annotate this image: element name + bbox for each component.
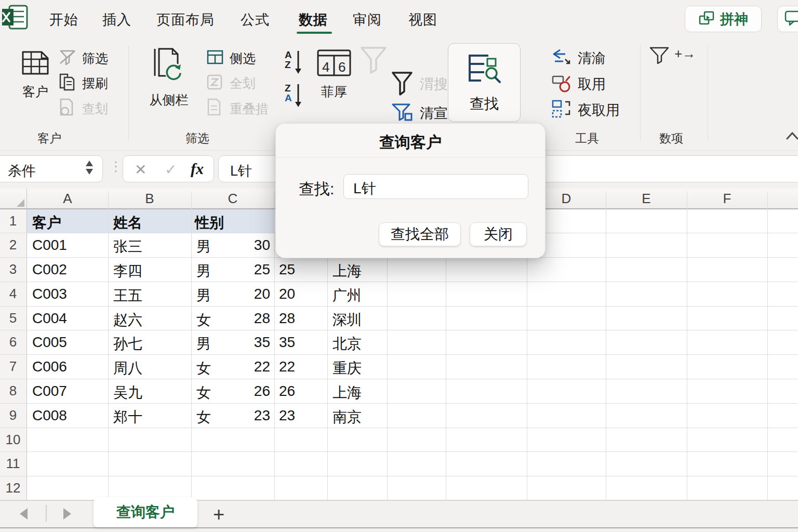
close-button[interactable]: 关闭 [470, 222, 527, 246]
cell-gender[interactable]: 女 [196, 310, 211, 330]
tab-review[interactable]: 审阅 [353, 10, 382, 29]
cell-id[interactable]: C003 [32, 286, 67, 302]
cell-gender[interactable]: 女 [196, 358, 211, 378]
row-number[interactable]: 8 [0, 383, 26, 399]
tab-view[interactable]: 视图 [408, 10, 437, 29]
cell-age2[interactable]: 35 [279, 334, 295, 351]
side-select-button[interactable]: 侧选 [206, 48, 256, 69]
dialog-find-input[interactable]: L针 [343, 174, 528, 199]
sheet-nav-next[interactable] [63, 508, 71, 520]
name-box[interactable]: 杀件 [0, 155, 103, 182]
cell-name[interactable]: 孙七 [113, 334, 142, 354]
cell-name[interactable]: 周八 [113, 358, 142, 378]
check-button-disabled[interactable]: 查刬 [58, 98, 108, 119]
row-number[interactable]: 1 [0, 213, 26, 229]
name-box-spinner[interactable] [86, 161, 93, 175]
select-all-corner[interactable] [17, 199, 24, 207]
col-header-c[interactable]: C [191, 191, 274, 207]
col-header-a[interactable]: A [27, 191, 108, 207]
reapply-tool-button[interactable]: 夜取用 [551, 100, 620, 121]
col-header-f[interactable]: F [687, 191, 767, 207]
clear-tool-button[interactable]: 清渝 [551, 48, 606, 69]
formula-bar-drag-dots[interactable]: ⋮ [109, 158, 123, 175]
add-sheet-button[interactable]: + [213, 503, 224, 526]
row-number[interactable]: 6 [0, 334, 26, 350]
cell-city[interactable]: 上海 [332, 261, 362, 281]
tab-page-layout[interactable]: 页面布局 [156, 10, 215, 29]
from-side-big-button[interactable]: 从侧栏 [140, 47, 197, 109]
cell-gender[interactable]: 男 [196, 237, 211, 257]
reapply-button-disabled[interactable]: 重叠措 [206, 98, 269, 119]
cell-id[interactable]: C005 [32, 334, 67, 351]
cell-gender[interactable]: 女 [196, 407, 211, 427]
clear-filter-button[interactable]: 清宣 [391, 103, 448, 124]
advanced-filter-button-disabled[interactable]: 渭搜 [390, 74, 448, 95]
sort-za-button[interactable]: ZA [285, 83, 302, 108]
cell-id[interactable]: C001 [32, 237, 67, 254]
cell-age[interactable]: 25 [223, 261, 270, 278]
tab-formulas[interactable]: 公式 [241, 10, 270, 29]
header-cell-gender[interactable]: 性别 [195, 213, 224, 233]
cell-age[interactable]: 23 [223, 407, 270, 424]
filter-small-button[interactable]: 筛选 [58, 48, 108, 69]
col-header-e[interactable]: E [606, 191, 687, 207]
customer-big-button[interactable]: 客户 [14, 48, 57, 100]
cell-id[interactable]: C004 [32, 310, 67, 327]
tab-data-active[interactable]: 数据 [299, 10, 328, 29]
cell-age[interactable]: 30 [223, 237, 270, 254]
cell-age[interactable]: 28 [223, 310, 270, 327]
cell-city[interactable]: 重庆 [332, 358, 362, 378]
cell-age2[interactable]: 20 [279, 286, 295, 302]
refresh-all-button-disabled[interactable]: 全刬 [206, 73, 256, 94]
sort-big-button[interactable]: 4 6 菲厚 [312, 49, 356, 100]
cancel-entry-icon[interactable]: ✕ [135, 161, 147, 178]
find-all-button[interactable]: 查找全部 [379, 222, 461, 246]
cell-city[interactable]: 广州 [332, 286, 362, 305]
options-filter-button[interactable]: +→ [648, 46, 696, 68]
comment-button[interactable] [777, 6, 798, 32]
cell-gender[interactable]: 男 [196, 334, 211, 354]
sheet-nav-prev[interactable] [20, 508, 28, 520]
cell-age[interactable]: 26 [223, 383, 270, 400]
cell-age2[interactable]: 22 [279, 358, 295, 375]
cell-name[interactable]: 张三 [113, 237, 142, 257]
row-number[interactable]: 2 [0, 237, 26, 253]
cell-city[interactable]: 深圳 [332, 310, 362, 330]
cell-age[interactable]: 22 [223, 358, 270, 375]
header-cell-name[interactable]: 姓名 [113, 213, 142, 233]
cell-gender[interactable]: 女 [196, 383, 211, 403]
tab-insert[interactable]: 插入 [102, 10, 131, 29]
cell-age[interactable]: 20 [223, 286, 270, 302]
sheet-tab-active[interactable]: 查询客户 [94, 497, 197, 527]
share-button[interactable]: 拼神 [685, 6, 762, 32]
header-cell-customer[interactable]: 客户 [32, 213, 61, 233]
cell-name[interactable]: 李四 [113, 261, 142, 281]
cell-id[interactable]: C008 [32, 407, 67, 424]
cell-name[interactable]: 郑十 [113, 407, 142, 427]
apply-tool-button[interactable]: 取用 [551, 74, 606, 95]
cell-age2[interactable]: 25 [279, 261, 295, 278]
cell-city[interactable]: 北京 [332, 334, 362, 354]
tab-home[interactable]: 开始 [49, 10, 78, 29]
cell-gender[interactable]: 男 [196, 261, 211, 281]
row-number[interactable]: 4 [0, 286, 26, 302]
sort-az-button[interactable]: AZ [285, 50, 302, 75]
cell-city[interactable]: 上海 [332, 383, 362, 403]
cell-age2[interactable]: 26 [279, 383, 295, 400]
cell-name[interactable]: 王五 [113, 286, 142, 305]
fx-icon[interactable]: fx [191, 160, 204, 178]
ribbon-collapse-chevron[interactable] [786, 131, 798, 143]
cell-name[interactable]: 赵六 [113, 310, 142, 330]
col-header-b[interactable]: B [108, 191, 191, 207]
row-number[interactable]: 3 [0, 261, 26, 277]
cell-id[interactable]: C006 [32, 358, 67, 375]
row-number[interactable]: 12 [0, 480, 26, 496]
row-number[interactable]: 10 [0, 432, 26, 448]
row-number[interactable]: 5 [0, 310, 26, 326]
cell-city[interactable]: 南京 [332, 407, 362, 427]
cell-gender[interactable]: 男 [196, 286, 211, 305]
row-number[interactable]: 11 [0, 456, 26, 472]
cell-name[interactable]: 吴九 [113, 383, 142, 403]
row-number[interactable]: 9 [0, 407, 26, 423]
app-logo[interactable] [2, 4, 29, 30]
